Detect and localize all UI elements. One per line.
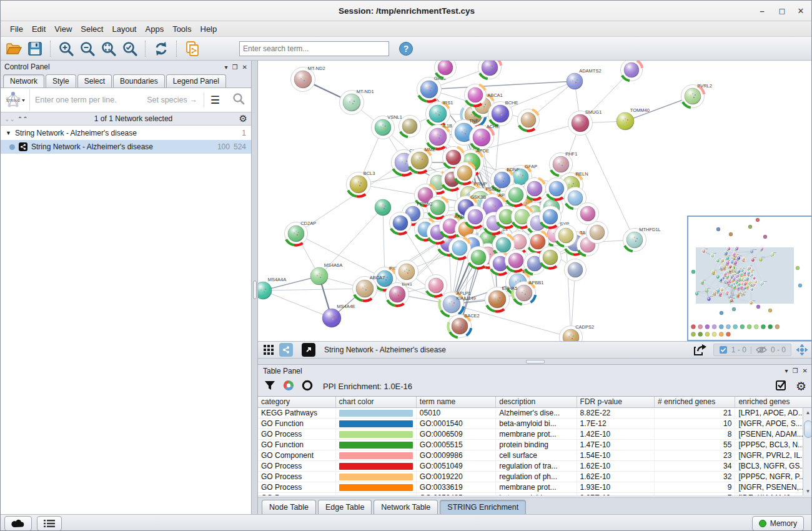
network-node-bche[interactable]: BCHE — [488, 100, 518, 126]
panel-undock-icon[interactable]: ❒ — [232, 64, 238, 71]
table-row[interactable]: GO ProcessGO:0006509membrane prot...1.42… — [258, 429, 812, 440]
menu-help[interactable]: Help — [196, 22, 222, 36]
tab-edge-table[interactable]: Edge Table — [318, 500, 372, 514]
collapse-all-icon[interactable]: ⌄⌄ — [4, 116, 15, 122]
network-node[interactable] — [518, 109, 540, 131]
table-row[interactable]: GO ComponentGO:0009986cell surface1.54E-… — [258, 450, 812, 461]
network-node[interactable] — [395, 261, 418, 284]
network-row[interactable]: String Network - Alzheimer's disease 100… — [1, 140, 251, 154]
network-node[interactable] — [390, 212, 412, 234]
tab-style[interactable]: Style — [46, 74, 76, 87]
table-row[interactable]: KEGG Pathways05010Alzheimer's dise...8.8… — [258, 408, 812, 419]
network-canvas[interactable]: MT-ND2MT-ND1VSNL1GAB2IRS1CHATABCA1BCHEIL… — [258, 61, 812, 341]
maximize-button[interactable]: ◻ — [776, 6, 788, 16]
table-row[interactable]: GO FunctionGO:0005515protein binding1.47… — [258, 440, 812, 450]
select-rows-checkbox-icon[interactable] — [775, 379, 787, 394]
navigator-move-icon[interactable] — [795, 343, 809, 357]
network-node-bace2[interactable]: BACE2 — [448, 313, 480, 338]
minimize-button[interactable]: – — [756, 6, 768, 16]
column-header--enriched-genes[interactable]: # enriched genes — [655, 397, 735, 408]
zoom-selected-button[interactable] — [121, 39, 139, 58]
network-node[interactable] — [555, 225, 577, 247]
network-node-phf1[interactable]: PHF1 — [550, 151, 578, 176]
expand-all-icon[interactable]: ⌃⌃ — [17, 116, 28, 122]
set-species-label[interactable]: Set species → — [147, 96, 204, 104]
menu-apps[interactable]: Apps — [141, 22, 169, 36]
menu-view[interactable]: View — [50, 22, 76, 36]
export-network-icon[interactable] — [691, 343, 710, 357]
string-logo[interactable]: STRING — [1, 89, 30, 111]
network-node[interactable] — [425, 275, 447, 297]
table-row[interactable]: GO ProcessGO:0051049regulation of tra...… — [258, 461, 812, 472]
network-node-ms4a4e[interactable]: MS4A4E — [322, 304, 355, 327]
network-node[interactable] — [454, 162, 476, 184]
column-header-fdr-p-value[interactable]: FDR p-value — [577, 397, 655, 408]
network-node[interactable] — [375, 199, 391, 216]
grid-view-icon[interactable] — [262, 343, 275, 357]
network-node[interactable] — [465, 84, 487, 106]
network-node[interactable] — [540, 247, 562, 269]
help-icon[interactable]: ? — [397, 39, 415, 58]
clone-network-button[interactable] — [183, 39, 202, 58]
string-menu-icon[interactable]: ☰ — [204, 92, 226, 107]
network-node-ms4a6a[interactable]: MS4A6A — [310, 262, 342, 285]
settings-gear-icon[interactable]: ⚙ — [796, 379, 806, 394]
panel-close-icon[interactable]: ✕ — [242, 64, 247, 71]
open-session-button[interactable] — [4, 39, 23, 58]
network-node-ache[interactable]: ACHE — [470, 124, 500, 150]
horizontal-splitter[interactable] — [258, 359, 812, 364]
network-node-pvrl2[interactable]: PVRL2 — [681, 83, 712, 108]
save-session-button[interactable] — [26, 39, 44, 58]
tab-boundaries[interactable]: Boundaries — [113, 74, 165, 87]
table-scrollbar-thumb[interactable] — [804, 420, 812, 438]
tab-legend-panel[interactable]: Legend Panel — [166, 74, 226, 87]
refresh-button[interactable] — [152, 39, 171, 58]
network-node-apbb1[interactable]: APBB1 — [513, 280, 544, 305]
collection-caret-icon[interactable]: ▼ — [6, 130, 11, 136]
birds-eye-view[interactable] — [688, 216, 812, 340]
network-node[interactable] — [505, 184, 527, 206]
scroll-up-icon[interactable]: ▲ — [803, 408, 812, 417]
network-node-tomm40[interactable]: TOMM40 — [616, 107, 650, 130]
table-row[interactable]: GO ProcessGO:0050435beta-amyloid m...2.0… — [258, 493, 812, 495]
network-node-mt-nd1[interactable]: MT-ND1 — [340, 89, 374, 115]
tab-string-enrichment[interactable]: STRING Enrichment — [440, 500, 526, 514]
tab-select[interactable]: Select — [77, 74, 112, 87]
ring-chart-icon[interactable] — [302, 380, 313, 394]
network-node[interactable] — [399, 116, 421, 137]
task-list-button[interactable] — [37, 516, 62, 531]
menu-layout[interactable]: Layout — [107, 22, 141, 36]
network-node-bcl3[interactable]: BCL3 — [347, 171, 375, 197]
network-node[interactable] — [621, 61, 643, 81]
table-row[interactable]: GO FunctionGO:0001540beta-amyloid bi...1… — [258, 419, 812, 429]
tab-network[interactable]: Network — [3, 74, 44, 87]
network-node-irs1[interactable]: IRS1 — [426, 100, 453, 126]
memory-button[interactable]: Memory — [752, 516, 804, 531]
column-header-term-name[interactable]: term name — [417, 397, 496, 408]
network-node-vsnl1[interactable]: VSNL1 — [372, 114, 402, 139]
string-search-icon[interactable] — [226, 92, 251, 107]
network-node[interactable] — [577, 203, 599, 225]
network-node[interactable] — [478, 61, 502, 79]
table-scrollbar[interactable]: ▲ ▼ — [803, 408, 812, 495]
panel-float-icon[interactable]: ▾ — [785, 367, 788, 374]
network-node[interactable] — [565, 259, 587, 281]
network-node[interactable] — [427, 197, 449, 219]
menu-select[interactable]: Select — [76, 22, 107, 36]
network-node-mthfd1l[interactable]: MTHFD1L — [623, 227, 661, 252]
column-header-chart-color[interactable]: chart color — [336, 397, 417, 408]
column-header-category[interactable]: category — [258, 397, 336, 408]
network-node[interactable] — [468, 247, 490, 269]
zoom-fit-button[interactable] — [99, 39, 118, 58]
network-node[interactable] — [540, 206, 562, 228]
menu-file[interactable]: File — [6, 22, 27, 36]
panel-splitter-handle[interactable] — [253, 280, 257, 299]
network-node[interactable] — [435, 61, 457, 79]
string-share-icon[interactable] — [279, 343, 293, 357]
table-row[interactable]: GO ProcessGO:0019220regulation of ph...1… — [258, 472, 812, 482]
network-node[interactable] — [505, 250, 527, 272]
column-header-description[interactable]: description — [496, 397, 577, 408]
network-options-gear-icon[interactable]: ⚙ — [239, 113, 247, 124]
zoom-out-button[interactable] — [78, 39, 97, 58]
tab-node-table[interactable]: Node Table — [262, 500, 316, 514]
